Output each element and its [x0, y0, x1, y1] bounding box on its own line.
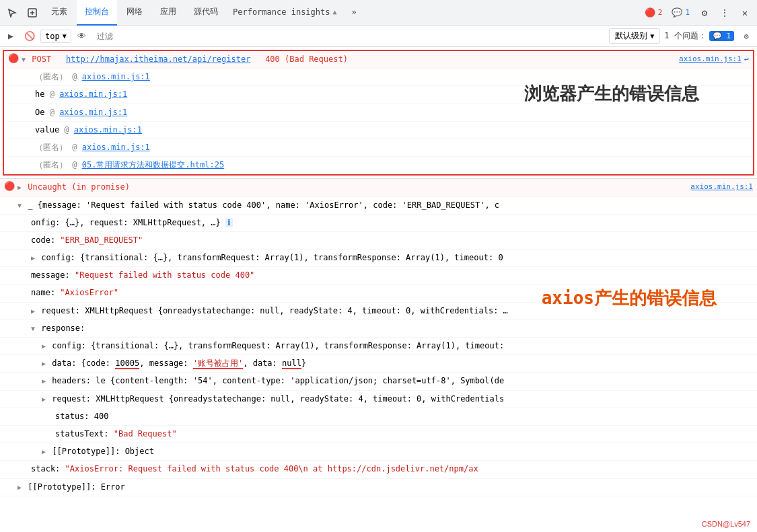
tab-console[interactable]: 控制台: [77, 0, 117, 26]
expand-triangle[interactable]: ▶: [17, 184, 22, 191]
settings-icon[interactable]: ⚙️: [695, 3, 714, 22]
tab-performance[interactable]: Performance insights ▲: [227, 0, 343, 26]
request-url-link[interactable]: http://hmajax.itheima.net/api/register: [66, 54, 251, 64]
stack-row-3: Oe @ axios.min.js:1: [4, 104, 753, 122]
stack-line: stack: "AxiosError: Request failed with …: [0, 461, 757, 478]
stack-link-6[interactable]: 05.常用请求方法和数据提交.html:25: [82, 160, 224, 169]
tab-application[interactable]: 应用: [152, 0, 184, 26]
stack-row-5: （匿名） @ axios.min.js:1: [4, 139, 753, 157]
main-toolbar: 元素 控制台 网络 应用 源代码 Performance insights ▲ …: [0, 0, 757, 26]
stack-link-3[interactable]: axios.min.js:1: [59, 108, 127, 117]
status-line: status: 400: [0, 408, 757, 426]
filter-input[interactable]: [93, 30, 607, 42]
tab-elements[interactable]: 元素: [43, 0, 75, 26]
request-line: ▶ request: XMLHttpRequest {onreadystatec…: [0, 303, 757, 320]
response-headers: ▶ headers: le {content-length: '54', con…: [0, 373, 757, 390]
inspect-icon[interactable]: [23, 3, 42, 22]
message-line: message: "Request failed with status cod…: [0, 267, 757, 284]
console-output: 🔴 ▼ POST http://hmajax.itheima.net/api/r…: [0, 47, 757, 532]
close-icon[interactable]: ✕: [735, 3, 754, 22]
console-toolbar: ▶ 🚫 top ▼ 👁 默认级别 ▼ 1 个问题： 💬 1 ⚙️: [0, 26, 757, 47]
stack-link-5[interactable]: axios.min.js:1: [82, 143, 150, 152]
error-entry-main: 🔴 ▼ POST http://hmajax.itheima.net/api/r…: [4, 51, 753, 69]
watermark: CSDN@Lv547: [702, 520, 750, 528]
code-line: code: "ERR_BAD_REQUEST": [0, 232, 757, 250]
play-icon[interactable]: ▶: [3, 28, 19, 44]
config-line: ▶ config: {transitional: {…}, transformR…: [0, 250, 757, 267]
stack-row-4: value @ axios.min.js:1: [4, 122, 753, 139]
browser-error-block: 🔴 ▼ POST http://hmajax.itheima.net/api/r…: [3, 50, 754, 176]
cursor-icon[interactable]: [3, 3, 22, 22]
statustext-line: statusText: "Bad Request": [0, 426, 757, 443]
response-request: ▶ request: XMLHttpRequest {onreadystatec…: [0, 391, 757, 408]
stack-link-1[interactable]: axios.min.js:1: [82, 72, 150, 81]
error-badge[interactable]: 🔴 2: [641, 6, 667, 19]
name-line: name: "AxiosError": [0, 284, 757, 302]
stack-row-6: （匿名） @ 05.常用请求方法和数据提交.html:25: [4, 157, 753, 174]
stack-link-2[interactable]: axios.min.js:1: [59, 89, 127, 99]
more-options-icon[interactable]: ⋮: [715, 3, 734, 22]
axios-error-block: 🔴 ▶ Uncaught (in promise) axios.min.js:1…: [0, 179, 757, 496]
log-level-dropdown[interactable]: 默认级别 ▼: [609, 28, 660, 44]
eye-icon[interactable]: 👁: [74, 28, 90, 44]
uncaught-header: 🔴 ▶ Uncaught (in promise) axios.min.js:1: [0, 179, 757, 196]
clear-icon[interactable]: 🚫: [22, 28, 38, 44]
uncaught-source-link[interactable]: axios.min.js:1: [690, 181, 753, 193]
tab-more[interactable]: »: [344, 0, 365, 26]
prototype-error: ▶ [[Prototype]]: Error: [0, 479, 757, 496]
console-settings-icon[interactable]: ⚙️: [738, 28, 754, 44]
response-config: ▶ config: {transitional: {…}, transformR…: [0, 338, 757, 355]
message-badge[interactable]: 💬 1: [668, 6, 694, 19]
stack-link-4[interactable]: axios.min.js:1: [74, 125, 142, 135]
source-link-main[interactable]: axios.min.js:1: [679, 53, 742, 65]
error-icon-1: 🔴: [8, 53, 19, 63]
context-dropdown[interactable]: top ▼: [40, 30, 71, 43]
issues-count: 1 个问题： 💬 1: [664, 30, 734, 42]
stack-row-2: he @ axios.min.js:1: [4, 86, 753, 104]
response-label: ▼ response:: [0, 320, 757, 338]
stack-row-1: （匿名） @ axios.min.js:1: [4, 69, 753, 86]
prototype-obj: ▶ [[Prototype]]: Object: [0, 443, 757, 461]
axios-error-obj-line-cont: onfig: {…}, request: XMLHttpRequest, …} …: [0, 215, 757, 232]
axios-error-obj-line: ▼ _ {message: 'Request failed with statu…: [0, 197, 757, 215]
tab-network[interactable]: 网络: [118, 0, 151, 26]
error-icon-2: 🔴: [4, 181, 15, 191]
response-data: ▶ data: {code: 10005, message: '账号被占用', …: [0, 355, 757, 373]
tab-sources[interactable]: 源代码: [186, 0, 226, 26]
